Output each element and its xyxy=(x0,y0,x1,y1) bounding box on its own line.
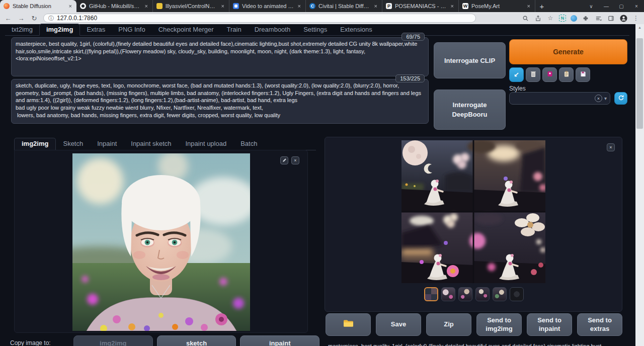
img2img-sub-tabs: img2img Sketch Inpaint Inpaint sketch In… xyxy=(14,138,316,150)
tab-dreambooth[interactable]: Dreambooth xyxy=(248,24,297,35)
tab-extensions[interactable]: Extensions xyxy=(334,24,379,35)
copy-to-inpaint-button[interactable]: inpaint xyxy=(240,335,319,346)
save-button[interactable]: Save xyxy=(376,313,421,336)
notion-extension-icon[interactable]: N xyxy=(559,15,566,22)
negative-prompt-input[interactable]: sketch, duplicate, ugly, huge eyes, text… xyxy=(11,79,429,124)
subtab-img2img[interactable]: img2img xyxy=(14,138,56,150)
browser-tab-civitai[interactable]: C Civitai | Stable Diffusion model × xyxy=(306,0,382,12)
extensions-puzzle-icon[interactable] xyxy=(582,14,590,22)
browser-menu-dots-icon[interactable]: ⋮ xyxy=(632,14,640,22)
zoom-icon[interactable] xyxy=(521,14,529,22)
browser-tab-github[interactable]: GitHub - Mikubill/sd-webui-con × xyxy=(76,0,153,12)
back-icon[interactable]: ← xyxy=(4,15,12,22)
browser-tab-gif-converter[interactable]: Video to animated GIF converter × xyxy=(229,0,306,12)
styles-clear-icon[interactable]: × xyxy=(595,95,602,102)
close-window-icon[interactable]: × xyxy=(629,0,644,12)
source-image-portrait[interactable] xyxy=(72,153,250,331)
tab-extras[interactable]: Extras xyxy=(80,24,112,35)
edit-image-button[interactable] xyxy=(280,156,288,164)
tab-close-icon[interactable]: × xyxy=(297,3,302,9)
stable-diffusion-favicon-icon xyxy=(4,3,10,9)
prompt-input[interactable]: masterpiece, best quality, 1girl, (color… xyxy=(11,37,429,76)
tab-checkpoint-merger[interactable]: Checkpoint Merger xyxy=(152,24,220,35)
tab-title: GitHub - Mikubill/sd-webui-con xyxy=(89,3,141,9)
paste-arrow-icon: ↙ xyxy=(514,71,519,78)
generate-button[interactable]: Generate xyxy=(509,39,627,64)
copy-to-sketch-button[interactable]: sketch xyxy=(157,335,236,346)
gallery-thumbnail-3[interactable] xyxy=(458,287,472,301)
profile-avatar[interactable] xyxy=(619,14,627,22)
subtab-batch[interactable]: Batch xyxy=(233,138,264,150)
tab-img2img[interactable]: img2img xyxy=(39,24,80,36)
tab-search-chevron-icon[interactable]: ∨ xyxy=(584,0,599,12)
side-panel-icon[interactable] xyxy=(607,14,615,22)
posemyart-favicon-icon: W xyxy=(462,3,468,9)
share-icon[interactable] xyxy=(534,14,542,22)
browser-tab-controlnet[interactable]: lllyasviel/ControlNet at main × xyxy=(153,0,229,12)
toolbar-right-icons: ☆ N ⋮ xyxy=(521,14,640,22)
browser-tab-stable-diffusion[interactable]: Stable Diffusion × xyxy=(0,0,76,12)
minimize-window-icon[interactable]: — xyxy=(599,0,614,12)
tab-close-icon[interactable]: × xyxy=(68,3,73,9)
subtab-inpaint-upload[interactable]: Inpaint upload xyxy=(178,138,233,150)
tab-close-icon[interactable]: × xyxy=(373,3,378,9)
save-style-button[interactable] xyxy=(576,67,590,82)
extra-networks-button[interactable] xyxy=(542,67,557,82)
interrogate-clip-button[interactable]: Interrogate CLIP xyxy=(434,42,506,78)
reload-icon[interactable]: ↻ xyxy=(30,15,38,22)
subtab-inpaint-sketch[interactable]: Inpaint sketch xyxy=(124,138,178,150)
window-scrollbar[interactable]: ▲ xyxy=(635,24,644,346)
browser-toolbar: ← → ↻ ⓘ 127.0.0.1:7860 ☆ N xyxy=(0,12,644,24)
subtab-inpaint[interactable]: Inpaint xyxy=(90,138,124,150)
tab-txt2img[interactable]: txt2img xyxy=(5,24,39,35)
site-info-icon[interactable]: ⓘ xyxy=(48,15,54,22)
styles-dropdown[interactable]: × ▾ xyxy=(509,92,610,105)
zip-button[interactable]: Zip xyxy=(426,313,471,336)
maximize-window-icon[interactable]: ▢ xyxy=(614,0,629,12)
refresh-styles-button[interactable] xyxy=(614,92,627,105)
browser-tab-posemyart[interactable]: W PoseMy.Art × xyxy=(459,0,535,12)
address-bar[interactable]: ⓘ 127.0.0.1:7860 xyxy=(43,14,476,23)
webui-page: txt2img img2img Extras PNG Info Checkpoi… xyxy=(0,24,635,346)
apply-styles-button[interactable] xyxy=(559,67,574,82)
copy-to-img2img-button: img2img xyxy=(73,335,153,346)
interrogate-deepbooru-button[interactable]: Interrogate DeepBooru xyxy=(434,90,506,130)
gallery-thumbnail-4[interactable] xyxy=(475,287,490,301)
tab-close-icon[interactable]: × xyxy=(450,3,455,9)
blue-extension-icon[interactable] xyxy=(571,15,577,22)
tab-close-icon[interactable]: × xyxy=(220,3,225,9)
gif-converter-favicon-icon xyxy=(233,3,239,9)
gallery-thumbnail-1[interactable] xyxy=(424,287,438,301)
forward-icon[interactable]: → xyxy=(17,15,25,22)
gallery-thumbnail-6[interactable] xyxy=(510,287,524,301)
subtab-sketch[interactable]: Sketch xyxy=(56,138,90,150)
clear-prompt-button[interactable] xyxy=(526,67,540,82)
tab-close-icon[interactable]: × xyxy=(144,3,149,9)
open-folder-button[interactable] xyxy=(326,313,371,336)
scrollbar-up-arrow-icon[interactable]: ▲ xyxy=(635,26,644,29)
gallery-thumbnail-2[interactable] xyxy=(441,287,455,301)
send-to-inpaint-button[interactable]: Send to inpaint xyxy=(527,313,572,336)
img2img-source-image-panel: × xyxy=(14,150,308,333)
send-to-extras-button[interactable]: Send to extras xyxy=(577,313,622,336)
scrollbar-thumb[interactable] xyxy=(636,38,643,129)
bookmark-star-icon[interactable]: ☆ xyxy=(546,14,554,22)
pencil-icon xyxy=(282,158,287,163)
tab-close-icon[interactable]: × xyxy=(526,3,531,9)
styles-label: Styles xyxy=(509,85,526,92)
gallery-thumbnail-5[interactable] xyxy=(493,287,507,301)
paste-generation-params-button[interactable]: ↙ xyxy=(509,67,524,82)
new-tab-button[interactable]: + xyxy=(535,0,548,12)
generation-info-text: masterpiece, best quality, 1girl, (color… xyxy=(328,342,620,346)
remove-image-button[interactable]: × xyxy=(291,156,299,164)
window-controls: ∨ — ▢ × xyxy=(584,0,644,12)
tab-settings[interactable]: Settings xyxy=(297,24,334,35)
tab-png-info[interactable]: PNG Info xyxy=(112,24,151,35)
tab-train[interactable]: Train xyxy=(220,24,248,35)
civitai-favicon-icon: C xyxy=(309,3,315,9)
tab-list-icon[interactable] xyxy=(594,14,602,22)
send-to-img2img-button[interactable]: Send to img2img xyxy=(476,313,522,336)
gallery-close-button[interactable]: × xyxy=(607,143,615,151)
browser-tab-posemaniacs[interactable]: P POSEMANIACS - Royalty free 3 × xyxy=(382,0,459,12)
generated-image-grid[interactable] xyxy=(401,140,545,283)
